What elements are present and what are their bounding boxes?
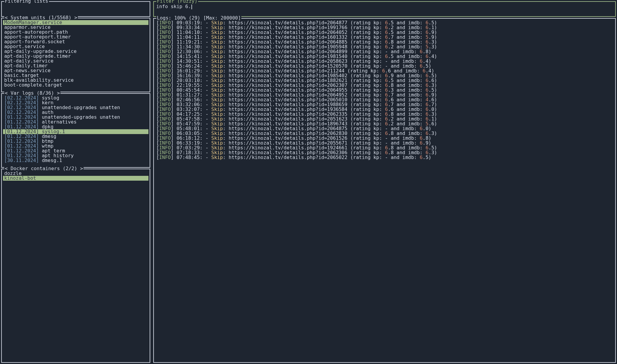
list-item[interactable]: [30.11.2024] dmesg.1 bbox=[3, 158, 148, 163]
var-logs-list[interactable]: [02.12.2024] syslog[02.12.2024] kern[02.… bbox=[3, 96, 148, 163]
list-item[interactable]: [01.12.2024] dpkg bbox=[3, 124, 148, 129]
list-item[interactable]: [01.12.2024] syslog.1 bbox=[3, 129, 148, 134]
list-item[interactable]: [02.12.2024] syslog bbox=[3, 96, 148, 100]
list-item[interactable]: apt-daily-upgrade.timer bbox=[3, 54, 148, 59]
list-item[interactable]: [02.12.2024] unattended-upgrades unatten bbox=[3, 105, 148, 110]
list-item[interactable]: apport.service bbox=[3, 44, 148, 49]
filtering-lists-input[interactable] bbox=[3, 4, 148, 11]
list-item[interactable]: boot-complete.target bbox=[3, 83, 148, 87]
list-item[interactable]: apt-news.service bbox=[3, 68, 148, 73]
var-logs-title: < Var logs (8/36) > bbox=[4, 91, 60, 96]
list-item[interactable]: basic.target bbox=[3, 73, 148, 78]
system-units-panel: < System units (1/5568) > ModemManager.s… bbox=[1, 18, 150, 92]
docker-title: < Docker containers (2/2) > bbox=[4, 166, 84, 171]
list-item[interactable]: [01.12.2024] unattended-upgrades unatten bbox=[3, 115, 148, 120]
log-line: [INFO] 07:48:45: - Skip: https://kinozal… bbox=[155, 155, 614, 160]
var-logs-panel: < Var logs (8/36) > [02.12.2024] syslog[… bbox=[1, 93, 150, 168]
list-item[interactable]: [01.12.2024] dmesg bbox=[3, 134, 148, 139]
cursor-icon bbox=[191, 5, 192, 9]
list-item[interactable]: [01.12.2024] apt history bbox=[3, 153, 148, 158]
list-item[interactable]: [01.12.2024] btmp bbox=[3, 139, 148, 144]
logs-panel: Logs: 100% (29) [Max: 200000] [INFO] 09:… bbox=[153, 18, 616, 363]
filter-panel: Filter (Fuzzy) info skip 6. bbox=[153, 1, 616, 17]
list-item[interactable]: [02.12.2024] auth bbox=[3, 110, 148, 115]
list-item[interactable]: kinozal-bot bbox=[3, 176, 148, 181]
filter-input[interactable]: info skip 6. bbox=[156, 4, 191, 9]
logs-title: Logs: 100% (29) [Max: 200000] bbox=[156, 16, 241, 20]
list-item[interactable]: apt-daily.service bbox=[3, 59, 148, 63]
docker-panel: < Docker containers (2/2) > dozzlekinoza… bbox=[1, 169, 150, 363]
list-item[interactable]: ModemManager.service bbox=[3, 20, 148, 25]
list-item[interactable]: [01.12.2024] apt term bbox=[3, 148, 148, 153]
list-item[interactable]: apparmor.service bbox=[3, 25, 148, 30]
list-item[interactable]: [01.12.2024] alternatives bbox=[3, 120, 148, 124]
list-item[interactable]: blk-availability.service bbox=[3, 78, 148, 83]
list-item[interactable]: [02.12.2024] kern bbox=[3, 100, 148, 105]
list-item[interactable]: apport-autoreport.timer bbox=[3, 35, 148, 39]
filtering-lists-title: Filtering lists bbox=[4, 0, 49, 4]
list-item[interactable]: apport-forward.socket bbox=[3, 39, 148, 44]
list-item[interactable]: apport-autoreport.path bbox=[3, 30, 148, 35]
list-item[interactable]: dozzle bbox=[3, 171, 148, 176]
list-item[interactable]: apt-daily.timer bbox=[3, 63, 148, 68]
list-item[interactable]: [01.12.2024] wtmp bbox=[3, 144, 148, 148]
logs-list[interactable]: [INFO] 09:03:19: - Skip: https://kinozal… bbox=[155, 20, 614, 160]
docker-list[interactable]: dozzlekinozal-bot bbox=[3, 171, 148, 181]
system-units-list[interactable]: ModemManager.serviceapparmor.serviceappo… bbox=[3, 20, 148, 87]
system-units-title: < System units (1/5568) > bbox=[4, 15, 78, 20]
list-item[interactable]: apt-daily-upgrade.service bbox=[3, 49, 148, 54]
filter-title: Filter (Fuzzy) bbox=[156, 0, 198, 4]
